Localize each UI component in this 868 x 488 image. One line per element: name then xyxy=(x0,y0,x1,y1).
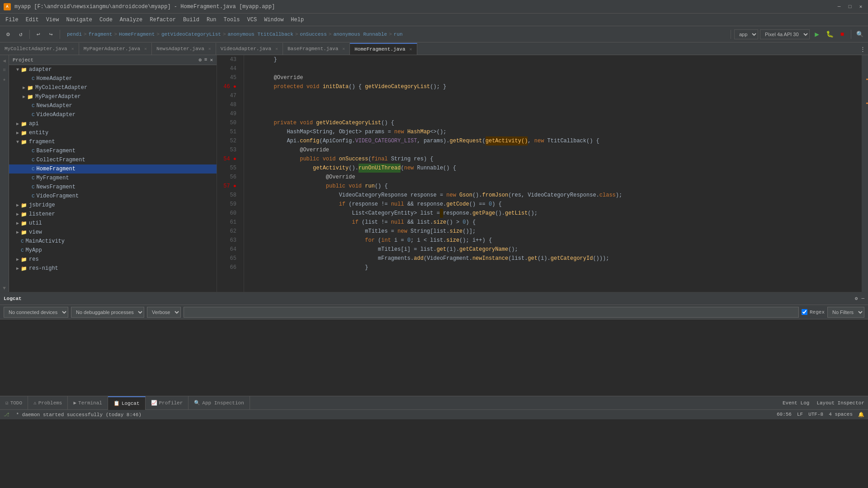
tree-res-folder[interactable]: ▶ 📁 res xyxy=(9,255,217,264)
encoding[interactable]: UTF-8 xyxy=(808,412,823,418)
tab-logcat[interactable]: 📋 Logcat xyxy=(108,396,146,410)
tab-mypageradapter[interactable]: MyPagerAdapter.java ✕ xyxy=(79,43,152,55)
debug-button[interactable]: 🐛 xyxy=(824,29,835,40)
left-icon-1[interactable]: ◀ xyxy=(2,57,7,65)
indent-size[interactable]: 4 spaces xyxy=(829,412,853,418)
menu-help[interactable]: Help xyxy=(287,15,307,25)
bottom-left-icon[interactable]: ▼ xyxy=(2,285,7,292)
menu-vcs[interactable]: VCS xyxy=(244,15,261,25)
menu-run[interactable]: Run xyxy=(203,15,220,25)
breadcrumb-fragment[interactable]: fragment xyxy=(89,32,113,37)
tab-mycollectadapter[interactable]: MyCollectAdapter.java ✕ xyxy=(0,43,79,55)
logcat-settings-icon[interactable]: ⚙ xyxy=(855,296,858,301)
tree-videoadapter[interactable]: C VideoAdapter xyxy=(9,110,217,119)
tab-app-inspection[interactable]: 🔍 App Inspection xyxy=(189,396,250,410)
menu-file[interactable]: File xyxy=(2,15,22,25)
tree-mypageradapter[interactable]: ▶ 📁 MyPagerAdapter xyxy=(9,92,217,101)
tree-myapp[interactable]: C MyApp xyxy=(9,246,217,255)
tree-util-folder[interactable]: ▶ 📁 util xyxy=(9,219,217,228)
code-content[interactable]: } @Override protected void initData() { … xyxy=(244,55,862,292)
tree-resnight-folder[interactable]: ▶ 📁 res-night xyxy=(9,264,217,273)
tree-homefragment[interactable]: C HomeFragment xyxy=(9,164,217,174)
app-dropdown[interactable]: app xyxy=(734,29,758,39)
menu-tools[interactable]: Tools xyxy=(220,15,244,25)
project-collapse-icon[interactable]: ≡ xyxy=(204,57,208,63)
breadcrumb-anonymous-ttitcallback[interactable]: anonymous TtitCallback xyxy=(228,32,293,37)
menu-refactor[interactable]: Refactor xyxy=(146,15,179,25)
regex-checkbox[interactable] xyxy=(802,309,807,315)
menu-window[interactable]: Window xyxy=(260,15,287,25)
search-everywhere-button[interactable]: 🔍 xyxy=(854,29,865,40)
logcat-search-input[interactable] xyxy=(184,307,799,318)
undo-button[interactable]: ↩ xyxy=(33,29,44,40)
breadcrumb-homefragment[interactable]: HomeFragment xyxy=(119,32,155,37)
tree-homeadapter[interactable]: C HomeAdapter xyxy=(9,74,217,83)
close-tab-homefragment[interactable]: ✕ xyxy=(409,47,412,52)
tab-terminal[interactable]: ▶ Terminal xyxy=(68,396,108,410)
tree-mycollectadapter[interactable]: ▶ 📁 MyCollectAdapter xyxy=(9,83,217,92)
close-tab-basefragment[interactable]: ✕ xyxy=(342,46,345,52)
device-selector[interactable]: No connected devices xyxy=(4,307,68,318)
maximize-button[interactable]: □ xyxy=(846,3,854,10)
close-tab-videoadapter[interactable]: ✕ xyxy=(275,46,278,52)
event-log-button[interactable]: Event Log xyxy=(783,400,809,406)
tree-jsbridge-folder[interactable]: ▶ 📁 jsbridge xyxy=(9,201,217,210)
tabs-overflow-button[interactable]: ⋮ xyxy=(857,44,868,55)
code-editor[interactable]: 43 44 45 46 ● 47 48 49 50 51 52 53 54 ● … xyxy=(217,55,868,292)
menu-view[interactable]: View xyxy=(42,15,63,25)
menu-analyze[interactable]: Analyze xyxy=(116,15,146,25)
close-tab-mypageradapter[interactable]: ✕ xyxy=(144,46,147,52)
tree-entity-folder[interactable]: ▶ 📁 entity xyxy=(9,128,217,137)
menu-build[interactable]: Build xyxy=(179,15,203,25)
tab-todo[interactable]: ☑ TODO xyxy=(0,396,28,410)
breadcrumb-pendi[interactable]: pendi xyxy=(67,32,82,37)
project-settings-icon[interactable]: ⚙ xyxy=(198,57,202,63)
line-ending[interactable]: LF xyxy=(797,412,803,418)
structure-icon[interactable]: ≡ xyxy=(2,66,7,74)
tree-adapter-folder[interactable]: ▼ 📁 adapter xyxy=(9,65,217,74)
tree-newsfragment[interactable]: C NewsFragment xyxy=(9,183,217,192)
stop-button[interactable]: ■ xyxy=(837,29,848,40)
tab-newsadapter[interactable]: NewsAdapter.java ✕ xyxy=(152,43,216,55)
minimize-button[interactable]: ─ xyxy=(835,3,843,10)
tab-basefragment[interactable]: BaseFragment.java ✕ xyxy=(283,43,350,55)
breadcrumb-getvideocategorylist[interactable]: getVideoCategoryList xyxy=(161,32,221,37)
tree-collectfragment[interactable]: C CollectFragment xyxy=(9,155,217,164)
close-tab-newsadapter[interactable]: ✕ xyxy=(208,46,211,52)
cursor-position[interactable]: 60:56 xyxy=(777,412,792,418)
tree-fragment-folder[interactable]: ▼ 📁 fragment xyxy=(9,137,217,146)
breadcrumb-run[interactable]: run xyxy=(394,32,403,37)
project-structure-button[interactable]: ⚙ xyxy=(3,29,14,40)
tree-videofragment[interactable]: C VideoFragment xyxy=(9,192,217,201)
process-selector[interactable]: No debuggable processes xyxy=(71,307,144,318)
tab-homefragment[interactable]: HomeFragment.java ✕ xyxy=(350,43,417,55)
tree-mainactivity[interactable]: C MainActivity xyxy=(9,237,217,246)
tree-basefragment[interactable]: C BaseFragment xyxy=(9,146,217,155)
device-dropdown[interactable]: Pixel 4a API 30 xyxy=(760,29,810,39)
tab-problems[interactable]: ⚠ Problems xyxy=(28,396,68,410)
bookmark-icon[interactable]: ★ xyxy=(2,75,7,83)
redo-button[interactable]: ↪ xyxy=(46,29,57,40)
close-button[interactable]: ✕ xyxy=(857,3,864,10)
verbose-selector[interactable]: Verbose xyxy=(147,307,181,318)
tree-view-folder[interactable]: ▶ 📁 view xyxy=(9,228,217,237)
tab-profiler[interactable]: 📈 Profiler xyxy=(146,396,189,410)
tab-videoadapter[interactable]: VideoAdapter.java ✕ xyxy=(216,43,283,55)
logcat-minimize-icon[interactable]: ─ xyxy=(861,296,864,301)
menu-navigate[interactable]: Navigate xyxy=(62,15,96,25)
notifications-icon[interactable]: 🔔 xyxy=(858,412,864,418)
sync-button[interactable]: ↺ xyxy=(15,29,26,40)
menu-code[interactable]: Code xyxy=(96,15,116,25)
breadcrumb-onsuccess[interactable]: onSuccess xyxy=(300,32,326,37)
project-close-icon[interactable]: ✕ xyxy=(210,57,213,63)
tree-myfragment[interactable]: C MyFragment xyxy=(9,174,217,183)
layout-inspector-button[interactable]: Layout Inspector xyxy=(816,400,864,406)
tree-newsadapter[interactable]: C NewsAdapter xyxy=(9,101,217,110)
run-button[interactable]: ▶ xyxy=(811,29,822,40)
breadcrumb-anonymous-runnable[interactable]: anonymous Runnable xyxy=(333,32,387,37)
filters-selector[interactable]: No Filters xyxy=(827,307,864,318)
tree-api-folder[interactable]: ▶ 📁 api xyxy=(9,119,217,128)
tree-listener-folder[interactable]: ▶ 📁 listener xyxy=(9,210,217,219)
menu-edit[interactable]: Edit xyxy=(22,15,42,25)
close-tab-mycollectadapter[interactable]: ✕ xyxy=(71,46,74,52)
